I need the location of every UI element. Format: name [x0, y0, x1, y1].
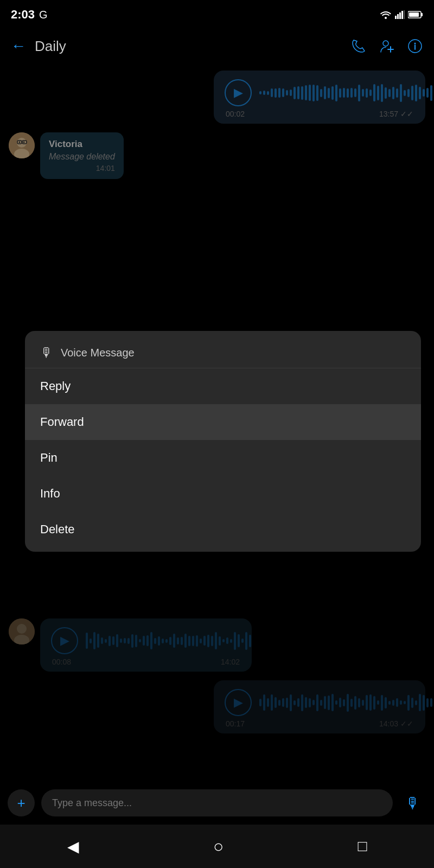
attachment-button[interactable]: +	[8, 789, 35, 816]
context-delete[interactable]: Delete	[25, 512, 421, 547]
g-icon: G	[39, 9, 48, 21]
svg-rect-6	[421, 13, 423, 16]
battery-icon	[408, 10, 423, 19]
input-bar: + 🎙	[0, 781, 434, 825]
context-menu-header: 🎙 Voice Message	[25, 335, 421, 368]
nav-recents[interactable]: □	[358, 838, 367, 855]
context-header-label: Voice Message	[61, 347, 135, 359]
svg-rect-2	[399, 12, 401, 19]
app-header: ← Daily	[0, 27, 434, 65]
context-forward[interactable]: Forward	[25, 404, 421, 440]
svg-rect-1	[397, 14, 399, 19]
context-menu: 🎙 Voice Message Reply Forward Pin Info D…	[25, 331, 421, 552]
mic-button[interactable]: 🎙	[399, 789, 426, 816]
nav-back[interactable]: ◀	[67, 838, 79, 856]
svg-rect-3	[401, 11, 403, 19]
message-input[interactable]	[41, 789, 393, 816]
svg-point-8	[383, 41, 388, 46]
status-bar: 2:03 G	[0, 0, 434, 27]
call-icon[interactable]	[350, 38, 367, 54]
header-icons	[350, 38, 423, 54]
info-icon[interactable]	[407, 38, 423, 54]
context-reply[interactable]: Reply	[25, 368, 421, 404]
svg-rect-4	[404, 10, 405, 19]
chat-title: Daily	[35, 38, 350, 55]
microphone-icon: 🎙	[40, 345, 53, 360]
svg-rect-0	[395, 16, 397, 19]
status-right	[380, 10, 423, 19]
chat-area: ▶ 00:02 13:57 ✓✓	[0, 65, 434, 748]
status-left: 2:03 G	[11, 8, 48, 22]
nav-home[interactable]: ○	[213, 837, 224, 857]
wifi-icon	[380, 10, 392, 19]
context-info[interactable]: Info	[25, 476, 421, 512]
context-pin[interactable]: Pin	[25, 440, 421, 476]
back-button[interactable]: ←	[11, 37, 26, 55]
svg-rect-7	[409, 12, 419, 17]
add-contact-icon[interactable]	[379, 38, 395, 54]
svg-point-13	[414, 43, 416, 44]
nav-bar: ◀ ○ □	[0, 825, 434, 868]
signal-icon	[395, 10, 405, 19]
status-time: 2:03	[11, 8, 35, 22]
